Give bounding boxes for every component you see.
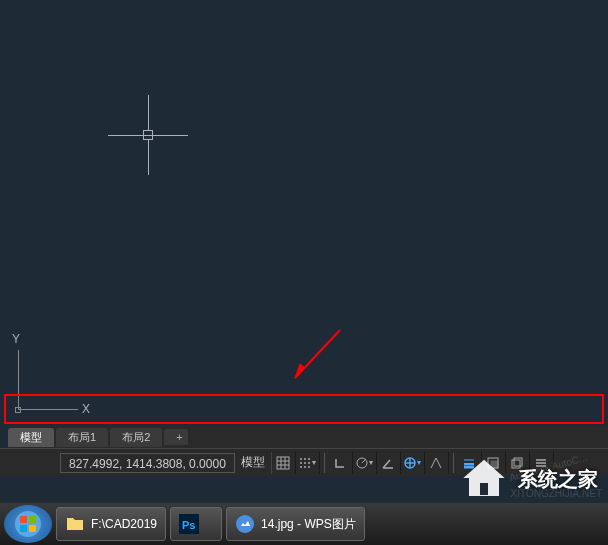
- tab-layout1[interactable]: 布局1: [56, 428, 108, 447]
- annotation-highlight-box: [4, 394, 604, 424]
- svg-rect-25: [514, 458, 522, 466]
- svg-rect-33: [29, 525, 36, 532]
- watermark-house-icon: [460, 455, 508, 503]
- wps-image-icon: [235, 514, 255, 534]
- snap-mode-icon[interactable]: ▾: [296, 452, 320, 474]
- svg-text:Ps: Ps: [182, 519, 195, 531]
- svg-point-10: [300, 462, 302, 464]
- cursor-crosshair: [108, 95, 188, 175]
- polar-tracking-icon[interactable]: ▾: [353, 452, 377, 474]
- svg-line-17: [362, 459, 366, 463]
- cursor-pickbox: [143, 130, 153, 140]
- drawing-canvas[interactable]: Y X: [0, 0, 608, 418]
- svg-point-13: [300, 466, 302, 468]
- coordinates-display[interactable]: 827.4992, 1414.3808, 0.0000: [60, 453, 235, 473]
- svg-point-29: [15, 511, 41, 537]
- taskbar-item-label: 14.jpg - WPS图片: [261, 516, 356, 533]
- model-space-button[interactable]: 模型: [235, 452, 272, 474]
- start-button[interactable]: [4, 505, 52, 543]
- taskbar-item-folder[interactable]: F:\CAD2019: [56, 507, 166, 541]
- taskbar-item-wps[interactable]: 14.jpg - WPS图片: [226, 507, 365, 541]
- svg-point-9: [308, 458, 310, 460]
- svg-rect-31: [29, 516, 36, 523]
- angle-icon[interactable]: [377, 452, 401, 474]
- tab-layout2[interactable]: 布局2: [110, 428, 162, 447]
- svg-rect-30: [20, 516, 27, 523]
- taskbar-item-photoshop[interactable]: Ps: [170, 507, 222, 541]
- svg-point-7: [300, 458, 302, 460]
- tab-model[interactable]: 模型: [8, 428, 54, 447]
- isodraft-icon[interactable]: ▾: [401, 452, 425, 474]
- ortho-icon[interactable]: [329, 452, 353, 474]
- folder-icon: [65, 514, 85, 534]
- photoshop-icon: Ps: [179, 514, 199, 534]
- windows-taskbar: F:\CAD2019 Ps 14.jpg - WPS图片: [0, 503, 608, 545]
- svg-point-12: [308, 462, 310, 464]
- tab-add-button[interactable]: +: [164, 429, 188, 445]
- svg-point-14: [304, 466, 306, 468]
- svg-rect-32: [20, 525, 27, 532]
- grid-icon[interactable]: [272, 452, 296, 474]
- annotation-arrow: [280, 320, 350, 390]
- svg-point-11: [304, 462, 306, 464]
- svg-rect-37: [480, 483, 488, 495]
- watermark-brand: 系统之家: [518, 466, 598, 493]
- taskbar-item-label: F:\CAD2019: [91, 517, 157, 531]
- svg-marker-1: [295, 364, 305, 378]
- svg-point-15: [308, 466, 310, 468]
- osnap-icon[interactable]: [425, 452, 449, 474]
- svg-point-8: [304, 458, 306, 460]
- ucs-y-label: Y: [12, 332, 20, 346]
- svg-point-36: [236, 515, 254, 533]
- svg-rect-2: [277, 457, 289, 469]
- layout-tabs: 模型 布局1 布局2 +: [8, 426, 608, 448]
